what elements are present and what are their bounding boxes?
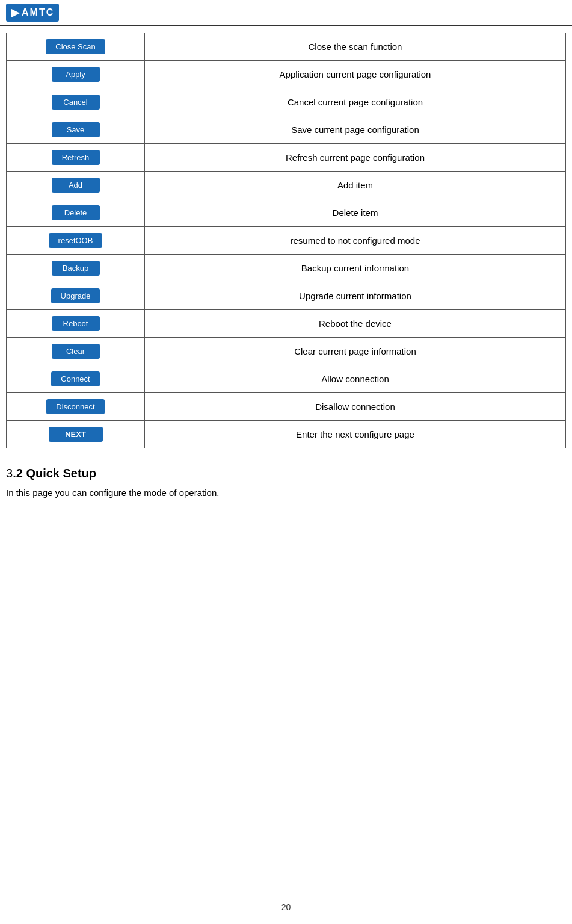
- table-row: ApplyApplication current page configurat…: [7, 61, 566, 88]
- button-cell: Connect: [7, 365, 145, 393]
- button-cell: Cancel: [7, 88, 145, 116]
- table-row: BackupBackup current information: [7, 255, 566, 282]
- section-heading: 3.2 Quick Setup: [6, 467, 566, 480]
- table-row: ConnectAllow connection: [7, 365, 566, 393]
- button-cell: Delete: [7, 199, 145, 227]
- description-cell: Save current page configuration: [145, 116, 566, 144]
- table-row: RebootReboot the device: [7, 310, 566, 338]
- section-title: Quick Setup: [26, 467, 96, 480]
- logo-icon: ▶: [11, 6, 19, 19]
- description-cell: Disallow connection: [145, 393, 566, 421]
- description-cell: resumed to not configured mode: [145, 227, 566, 255]
- table-row: Close ScanClose the scan function: [7, 33, 566, 61]
- action-button-backup[interactable]: Backup: [52, 261, 100, 276]
- action-button-cancel[interactable]: Cancel: [52, 95, 100, 110]
- action-button-disconnect[interactable]: Disconnect: [46, 399, 104, 414]
- action-button-save[interactable]: Save: [52, 122, 100, 137]
- description-cell: Close the scan function: [145, 33, 566, 61]
- action-button-apply[interactable]: Apply: [52, 67, 100, 82]
- button-cell: NEXT: [7, 421, 145, 448]
- button-cell: Close Scan: [7, 33, 145, 61]
- description-cell: Application current page configuration: [145, 61, 566, 88]
- logo-container: ▶ AMTC: [6, 4, 59, 22]
- logo-box: ▶ AMTC: [6, 4, 59, 22]
- logo-text: AMTC: [22, 7, 54, 18]
- action-button-close-scan[interactable]: Close Scan: [46, 39, 105, 54]
- description-cell: Cancel current page configuration: [145, 88, 566, 116]
- action-button-next[interactable]: NEXT: [49, 427, 103, 442]
- table-row: SaveSave current page configuration: [7, 116, 566, 144]
- button-cell: Apply: [7, 61, 145, 88]
- table-row: AddAdd item: [7, 172, 566, 199]
- description-cell: Clear current page information: [145, 338, 566, 365]
- table-row: ClearClear current page information: [7, 338, 566, 365]
- action-button-resetoob[interactable]: resetOOB: [49, 233, 103, 248]
- action-button-upgrade[interactable]: Upgrade: [51, 288, 100, 303]
- button-cell: Add: [7, 172, 145, 199]
- description-cell: Upgrade current information: [145, 282, 566, 310]
- button-cell: Upgrade: [7, 282, 145, 310]
- description-cell: Delete item: [145, 199, 566, 227]
- table-row: NEXTEnter the next configure page: [7, 421, 566, 448]
- section-number: 3: [6, 467, 13, 480]
- button-cell: Backup: [7, 255, 145, 282]
- description-cell: Allow connection: [145, 365, 566, 393]
- button-cell: Clear: [7, 338, 145, 365]
- button-reference-table: Close ScanClose the scan functionApplyAp…: [6, 33, 566, 448]
- header: ▶ AMTC: [0, 0, 572, 26]
- description-cell: Backup current information: [145, 255, 566, 282]
- action-button-delete[interactable]: Delete: [52, 205, 100, 220]
- action-button-refresh[interactable]: Refresh: [52, 150, 100, 165]
- button-cell: Disconnect: [7, 393, 145, 421]
- table-row: UpgradeUpgrade current information: [7, 282, 566, 310]
- button-cell: Refresh: [7, 144, 145, 172]
- table-row: DisconnectDisallow connection: [7, 393, 566, 421]
- table-row: resetOOBresumed to not configured mode: [7, 227, 566, 255]
- section-sub: .2: [13, 467, 23, 480]
- action-button-add[interactable]: Add: [52, 178, 100, 193]
- action-button-clear[interactable]: Clear: [52, 344, 100, 359]
- description-cell: Add item: [145, 172, 566, 199]
- section-32: 3.2 Quick Setup In this page you can con…: [6, 467, 566, 498]
- button-cell: Save: [7, 116, 145, 144]
- page-number: 20: [0, 902, 572, 912]
- table-row: RefreshRefresh current page configuratio…: [7, 144, 566, 172]
- description-cell: Enter the next configure page: [145, 421, 566, 448]
- table-row: CancelCancel current page configuration: [7, 88, 566, 116]
- action-button-connect[interactable]: Connect: [51, 371, 99, 386]
- button-cell: resetOOB: [7, 227, 145, 255]
- table-row: DeleteDelete item: [7, 199, 566, 227]
- description-cell: Refresh current page configuration: [145, 144, 566, 172]
- description-cell: Reboot the device: [145, 310, 566, 338]
- section-text: In this page you can configure the mode …: [6, 488, 566, 498]
- action-button-reboot[interactable]: Reboot: [52, 316, 100, 331]
- button-cell: Reboot: [7, 310, 145, 338]
